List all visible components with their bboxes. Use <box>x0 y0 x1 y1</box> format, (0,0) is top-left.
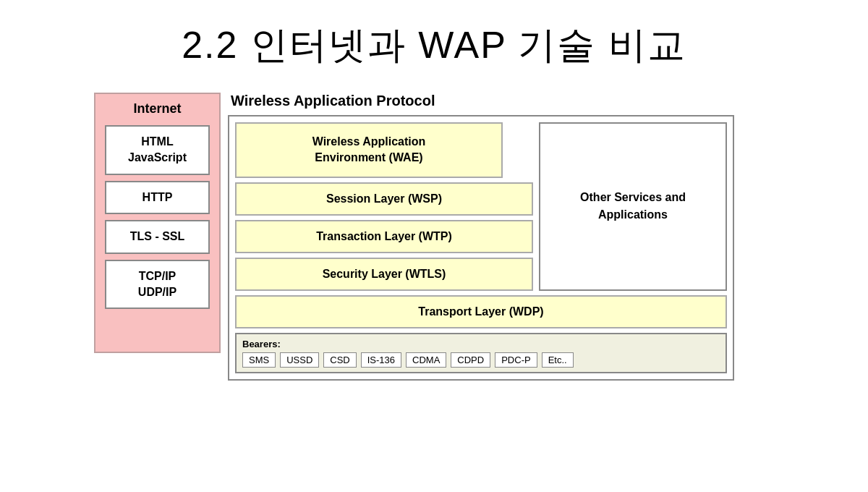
internet-layer-tcpip: TCP/IPUDP/IP <box>105 260 210 310</box>
wap-section: Wireless Application Protocol Wireless A… <box>228 93 734 381</box>
wae-box: Wireless ApplicationEnvironment (WAE) <box>235 122 503 178</box>
internet-layer-tls: TLS - SSL <box>105 220 210 253</box>
wap-session-layer: Session Layer (WSP) <box>235 182 533 216</box>
bearer-etc: Etc.. <box>542 352 574 368</box>
internet-box: Internet HTMLJavaScript HTTP TLS - SSL T… <box>94 93 221 353</box>
wap-title: Wireless Application Protocol <box>231 93 734 109</box>
wap-security-layer: Security Layer (WTLS) <box>235 258 533 291</box>
internet-title: Internet <box>133 101 181 116</box>
internet-layer-http: HTTP <box>105 181 210 214</box>
bearers-section: Bearers: SMS USSD CSD IS-136 CDMA CDPD P… <box>235 333 727 373</box>
diagram-container: Internet HTMLJavaScript HTTP TLS - SSL T… <box>0 85 868 381</box>
wap-outer-border: Wireless ApplicationEnvironment (WAE) Se… <box>228 115 734 381</box>
bearers-list: SMS USSD CSD IS-136 CDMA CDPD PDC-P Etc.… <box>242 352 720 368</box>
bearer-ussd: USSD <box>280 352 319 368</box>
wap-transport-layer: Transport Layer (WDP) <box>235 295 727 328</box>
bearer-pdcp: PDC-P <box>495 352 537 368</box>
wap-left-column: Wireless ApplicationEnvironment (WAE) Se… <box>235 122 533 291</box>
wap-transaction-layer: Transaction Layer (WTP) <box>235 220 533 253</box>
bearer-cdpd: CDPD <box>451 352 490 368</box>
wap-top-row: Wireless ApplicationEnvironment (WAE) Se… <box>235 122 727 291</box>
other-services-box: Other Services andApplications <box>539 122 727 291</box>
page-title: 2.2 인터넷과 WAP 기술 비교 <box>0 0 868 85</box>
bearer-is136: IS-136 <box>361 352 401 368</box>
bearers-label: Bearers: <box>242 339 720 349</box>
internet-layer-html: HTMLJavaScript <box>105 125 210 175</box>
bearer-sms: SMS <box>242 352 276 368</box>
bearer-cdma: CDMA <box>406 352 446 368</box>
bearer-csd: CSD <box>323 352 356 368</box>
